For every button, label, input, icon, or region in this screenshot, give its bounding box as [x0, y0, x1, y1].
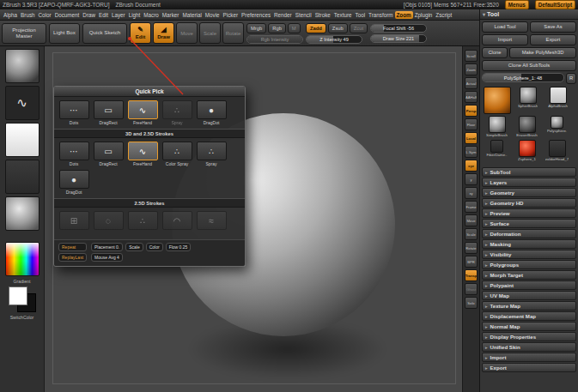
stroke-option[interactable]: ≈	[196, 211, 227, 236]
menus-button[interactable]: Menus	[505, 0, 529, 9]
tool-thumbnail[interactable]: AlphaBrush	[544, 87, 572, 109]
right-shelf-button[interactable]: Rotate	[465, 242, 478, 254]
menu-item[interactable]: Draw	[81, 11, 97, 19]
sculpt-mode-button[interactable]: Zadd	[306, 23, 326, 33]
stroke-option[interactable]: ∴	[127, 211, 158, 236]
subpalette-bar[interactable]: Polypaint	[482, 280, 576, 290]
right-shelf-button[interactable]: AAHalf	[465, 91, 478, 103]
tool-thumbnail[interactable]: zoldorHead_7	[543, 140, 571, 162]
clone-button[interactable]: Clone	[482, 47, 508, 58]
stroke-option[interactable]: ● DragDot	[196, 100, 227, 125]
right-shelf-button[interactable]: xy	[465, 187, 478, 199]
menu-item[interactable]: Preferences	[240, 11, 272, 19]
stroke-option[interactable]: ▭ DragRect	[93, 100, 124, 125]
export-button[interactable]: Export	[530, 34, 576, 45]
subpalette-bar[interactable]: Normal Map	[482, 322, 576, 331]
tool-thumbnail[interactable]: SpherBrush	[514, 87, 542, 109]
mouse-avg-slider[interactable]: Mouse Avg 4	[91, 253, 123, 262]
stroke-option[interactable]: ∴ Color Spray	[161, 142, 192, 166]
subpalette-bar[interactable]: Layers	[482, 178, 576, 187]
right-shelf-button[interactable]: Solo	[465, 297, 478, 309]
menu-item[interactable]: Brush	[19, 11, 36, 19]
menu-item[interactable]: Light	[127, 11, 143, 19]
right-shelf-button[interactable]: Floor	[465, 118, 478, 130]
stroke-option[interactable]: ● DragDot	[58, 170, 89, 195]
right-shelf-button[interactable]: BPR	[465, 256, 478, 268]
r-button[interactable]: R	[566, 73, 576, 84]
flow-slider[interactable]: Flow 0.25	[166, 243, 192, 251]
subpalette-bar[interactable]: Deformation	[482, 229, 576, 238]
mode-button[interactable]: Move	[176, 22, 198, 44]
import-button[interactable]: Import	[482, 34, 528, 45]
menu-item[interactable]: Texture	[332, 11, 354, 19]
scale-button[interactable]: Scale	[125, 243, 143, 251]
right-shelf-button[interactable]: Scroll	[465, 50, 478, 62]
placement-slider[interactable]: Placement 0.	[91, 243, 123, 251]
tool-thumbnail[interactable]: FiberDame..	[483, 140, 511, 158]
draw-size-slider[interactable]: Draw Size 221	[370, 34, 427, 43]
menu-item[interactable]: Stencil	[294, 11, 313, 19]
subpalette-bar[interactable]: Geometry	[482, 188, 576, 197]
menu-item[interactable]: Document	[53, 11, 82, 19]
sculpt-mode-button[interactable]: Zcut	[350, 23, 368, 33]
stroke-option[interactable]: ⋯ Dots	[58, 100, 89, 125]
stroke-option[interactable]: ∴ Spray	[196, 142, 227, 166]
tool-thumbnail[interactable]: Zsphere_1	[513, 140, 541, 162]
light-box-button[interactable]: Light Box	[49, 23, 80, 44]
right-shelf-button[interactable]: Move	[465, 214, 478, 226]
paint-mode-button[interactable]: Rgb	[268, 23, 286, 33]
right-shelf-button[interactable]: xyz	[465, 160, 478, 172]
sculpt-mode-button[interactable]: Zsub	[328, 23, 348, 33]
right-shelf-button[interactable]: Local	[465, 132, 478, 144]
stroke-option[interactable]: ⋯ Dots	[58, 142, 89, 166]
menu-item[interactable]: Zscript	[434, 11, 453, 19]
menu-item[interactable]: Layer	[110, 11, 127, 19]
menu-item[interactable]: Movie	[204, 11, 222, 19]
stroke-selector-thumbnail[interactable]: ∿	[5, 86, 40, 120]
brush-selector-thumbnail[interactable]	[5, 49, 40, 83]
menu-item[interactable]: Zoom	[395, 11, 413, 19]
replay-last-button[interactable]: ReplayLast	[58, 253, 87, 262]
color-picker[interactable]	[5, 242, 40, 276]
subpalette-bar[interactable]: UV Map	[482, 291, 576, 300]
mode-button[interactable]: ◢ Draw	[153, 22, 174, 44]
menu-item[interactable]: Material	[180, 11, 203, 19]
main-color-swatch[interactable]	[9, 286, 27, 305]
right-shelf-button[interactable]: Transp	[465, 269, 478, 281]
rgb-intensity-slider[interactable]: Rgb Intensity	[246, 35, 303, 44]
menu-item[interactable]: Macro	[142, 11, 161, 19]
subpalette-bar[interactable]: Geometry HD	[482, 198, 576, 208]
subpalette-bar[interactable]: Export	[482, 363, 576, 372]
subpalette-bar[interactable]: Masking	[482, 239, 576, 249]
stroke-option[interactable]: ∿ FreeHand	[127, 100, 158, 125]
right-shelf-button[interactable]: Ghost	[465, 283, 478, 295]
right-shelf-button[interactable]: Scale	[465, 228, 478, 240]
subpalette-bar[interactable]: Surface	[482, 219, 576, 228]
load-tool-button[interactable]: Load Tool	[482, 21, 528, 33]
color-button[interactable]: Color	[146, 243, 163, 251]
right-shelf-button[interactable]: Persp	[465, 105, 478, 117]
focal-shift-slider[interactable]: Focal Shift -56	[370, 24, 427, 33]
tool-thumbnail[interactable]	[483, 87, 512, 114]
active-tool-slider[interactable]: PolySphere_1: 48	[482, 73, 564, 82]
quick-sketch-button[interactable]: Quick Sketch	[82, 23, 127, 44]
subpalette-bar[interactable]: Displacement Map	[482, 311, 576, 321]
stroke-option[interactable]: ⊞	[58, 211, 89, 236]
subpalette-bar[interactable]: Preview	[482, 208, 576, 218]
menu-item[interactable]: Transform	[367, 11, 394, 19]
menu-item[interactable]: Edit	[97, 11, 110, 19]
menu-item[interactable]: Stroke	[313, 11, 332, 19]
paint-mode-button[interactable]: M	[288, 23, 301, 33]
right-shelf-button[interactable]: Frame	[465, 201, 478, 213]
menu-item[interactable]: Picker	[222, 11, 240, 19]
stroke-option[interactable]: ◠	[161, 211, 192, 236]
menu-item[interactable]: Tool	[353, 11, 367, 19]
menu-item[interactable]: Render	[272, 11, 294, 19]
save-as-button[interactable]: Save As	[530, 21, 576, 33]
subpalette-bar[interactable]: Visibility	[482, 250, 576, 259]
menu-item[interactable]: Marker	[161, 11, 181, 19]
right-shelf-button[interactable]: Actual	[465, 77, 478, 89]
tool-palette-header[interactable]: ▾ Tool	[480, 9, 578, 20]
make-polymesh3d-button[interactable]: Make PolyMesh3D	[509, 47, 576, 58]
subpalette-bar[interactable]: Morph Target	[482, 270, 576, 280]
